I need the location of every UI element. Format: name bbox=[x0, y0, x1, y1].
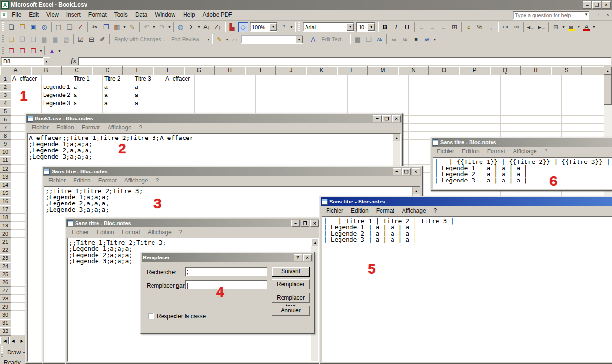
close-button[interactable]: × bbox=[412, 168, 420, 175]
menu-format[interactable]: Format bbox=[373, 206, 397, 215]
copy-icon[interactable]: ❐ bbox=[101, 22, 111, 32]
new-icon[interactable]: ❏ bbox=[6, 22, 16, 32]
cell-R6[interactable] bbox=[531, 116, 562, 124]
notepad-text-area[interactable]: | | Titre 1 | Titre 2 | Titre 3 | | Lege… bbox=[322, 216, 612, 362]
cell-S2[interactable] bbox=[562, 83, 592, 91]
cell-Q6[interactable] bbox=[501, 116, 531, 124]
update-file-icon[interactable]: ☑ bbox=[76, 34, 86, 44]
cell-I2[interactable] bbox=[256, 83, 286, 91]
percent-icon[interactable]: % bbox=[475, 22, 485, 32]
align-right-icon[interactable]: ≡ bbox=[438, 22, 448, 32]
cell-H3[interactable] bbox=[225, 91, 256, 99]
row-header-3[interactable]: 3 bbox=[0, 91, 11, 99]
column-header-F[interactable]: F bbox=[153, 66, 184, 75]
column-header-D[interactable]: D bbox=[92, 66, 123, 75]
cell-P5[interactable] bbox=[470, 107, 501, 116]
notepad-titlebar[interactable]: Sans titre - Bloc-notes bbox=[321, 197, 612, 206]
wordart-vertical-text-icon[interactable]: Ab bbox=[400, 34, 410, 44]
cell-P4[interactable] bbox=[470, 99, 501, 107]
match-case-checkbox[interactable] bbox=[148, 313, 154, 319]
minimize-button[interactable]: – bbox=[583, 1, 591, 9]
cell-R4[interactable] bbox=[531, 99, 562, 107]
cell-S6[interactable] bbox=[562, 116, 592, 124]
close-icon[interactable]: × bbox=[303, 254, 312, 261]
reply-with-changes-button[interactable]: Reply with Changes... bbox=[111, 35, 168, 43]
dropdown-arrow-icon[interactable]: ▼ bbox=[197, 22, 201, 32]
cell-E3[interactable]: a bbox=[133, 91, 164, 99]
replace-all-button[interactable]: Remplacer tout bbox=[272, 293, 310, 303]
sort-descending-icon[interactable]: Z↓ bbox=[213, 22, 223, 32]
formula-input[interactable] bbox=[78, 57, 611, 65]
wordart-character-spacing-icon[interactable]: AV bbox=[422, 34, 432, 44]
notepad-titlebar[interactable]: Sans titre - Bloc-notes–❐× bbox=[66, 219, 320, 227]
menu-help[interactable]: Help bbox=[179, 10, 199, 20]
row-header-14[interactable]: 14 bbox=[0, 181, 11, 189]
cell-R5[interactable] bbox=[531, 107, 562, 116]
cell-K2[interactable] bbox=[317, 83, 348, 91]
cell-O2[interactable] bbox=[439, 83, 470, 91]
cell-D4[interactable]: a bbox=[103, 99, 133, 107]
cell-F2[interactable] bbox=[164, 83, 195, 91]
cell-B4[interactable]: Legende 3 bbox=[42, 99, 72, 107]
toolbar-grip[interactable] bbox=[2, 35, 4, 43]
wordart-edit-text-button[interactable]: Edit Text... bbox=[318, 35, 349, 43]
dropdown-arrow-icon[interactable]: ▼ bbox=[289, 22, 294, 32]
help-icon[interactable]: ? bbox=[294, 254, 302, 261]
cell-N6[interactable] bbox=[409, 116, 439, 124]
column-header[interactable] bbox=[582, 66, 604, 75]
row-header-24[interactable]: 24 bbox=[0, 262, 11, 270]
cell-P1[interactable] bbox=[470, 75, 501, 83]
row-header-28[interactable]: 28 bbox=[0, 295, 11, 303]
cell-Q2[interactable] bbox=[501, 83, 531, 91]
cell-O7[interactable] bbox=[439, 124, 470, 132]
show-all-comments-icon[interactable]: ▦ bbox=[50, 34, 60, 44]
format-painter-icon[interactable]: ✎ bbox=[127, 22, 137, 32]
menu-edition[interactable]: Edition bbox=[459, 147, 482, 156]
row-header-21[interactable]: 21 bbox=[0, 238, 11, 246]
cell-Q3[interactable] bbox=[501, 91, 531, 99]
insert-function-icon[interactable]: fx bbox=[71, 57, 76, 64]
scroll-up-icon[interactable]: ▲ bbox=[413, 187, 420, 194]
menu-fichier[interactable]: Fichier bbox=[434, 147, 457, 156]
cell-J4[interactable] bbox=[286, 99, 317, 107]
cell-B1[interactable] bbox=[42, 75, 72, 83]
cell-G1[interactable] bbox=[195, 75, 225, 83]
row-header-13[interactable]: 13 bbox=[0, 173, 11, 181]
row-header-17[interactable]: 17 bbox=[0, 205, 11, 214]
menu-fichier[interactable]: Fichier bbox=[323, 206, 346, 215]
cell-O1[interactable] bbox=[439, 75, 470, 83]
dropdown-arrow-icon[interactable]: ▼ bbox=[561, 22, 566, 32]
underline-icon[interactable]: U bbox=[402, 22, 412, 32]
cell-4[interactable] bbox=[592, 99, 604, 107]
cell-C3[interactable]: a bbox=[72, 91, 103, 99]
line-style-combo[interactable]: ———▼ bbox=[241, 35, 303, 44]
cell-S1[interactable] bbox=[562, 75, 592, 83]
dropdown-arrow-icon[interactable]: ▼ bbox=[270, 23, 277, 31]
next-comment-icon[interactable]: ❑ bbox=[28, 34, 38, 44]
comma-icon[interactable]: , bbox=[486, 22, 496, 32]
name-box[interactable]: D8 bbox=[1, 57, 43, 65]
cell-C1[interactable]: Titre 1 bbox=[72, 75, 103, 83]
toolbar-grip[interactable] bbox=[1, 346, 3, 358]
cell-D3[interactable]: a bbox=[103, 91, 133, 99]
menu-affichage[interactable]: Affichage bbox=[399, 206, 429, 215]
cut-icon[interactable]: ✂ bbox=[90, 22, 100, 32]
row-header-27[interactable]: 27 bbox=[0, 287, 11, 295]
restore-button[interactable]: ❐ bbox=[301, 220, 309, 227]
cell-M3[interactable] bbox=[378, 91, 409, 99]
format-wordart-icon[interactable]: ❒ bbox=[363, 34, 373, 44]
column-header-J[interactable]: J bbox=[276, 66, 306, 75]
cell-I1[interactable] bbox=[256, 75, 286, 83]
cell-K1[interactable] bbox=[317, 75, 348, 83]
restore-button[interactable]: ❐ bbox=[592, 1, 601, 9]
print-icon[interactable]: ▤ bbox=[54, 22, 64, 32]
cell-G4[interactable] bbox=[195, 99, 225, 107]
save-icon[interactable]: ▣ bbox=[28, 22, 38, 32]
row-header-31[interactable]: 31 bbox=[0, 319, 11, 327]
wordart-shape-icon[interactable]: Ab bbox=[374, 34, 384, 44]
restore-button[interactable]: ❐ bbox=[382, 115, 391, 122]
menu-adobe-pdf[interactable]: Adobe PDF bbox=[199, 10, 236, 20]
convert-to-adobe-pdf-and-email-icon[interactable]: ❒ bbox=[17, 46, 27, 55]
show-ink-annotations-icon[interactable]: ✐ bbox=[98, 34, 108, 44]
row-header-18[interactable]: 18 bbox=[0, 214, 11, 222]
